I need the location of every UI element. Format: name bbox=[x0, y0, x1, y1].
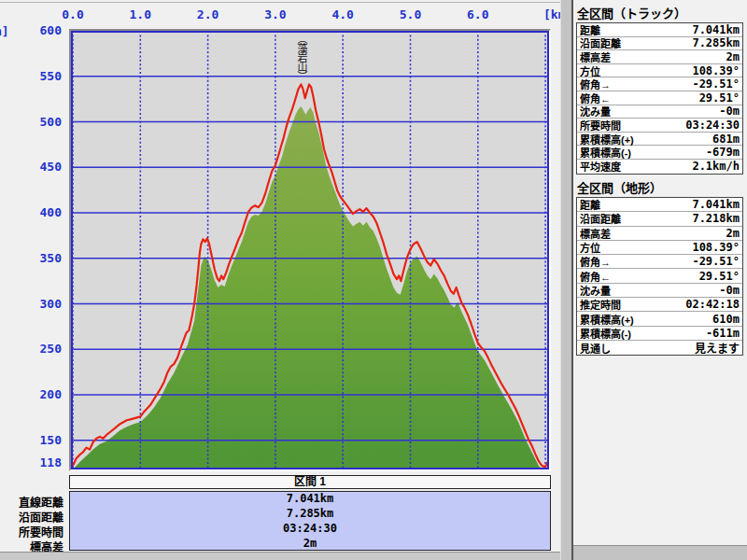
stat-value: 7.041km bbox=[692, 198, 740, 211]
y-tick-label: 500 bbox=[19, 115, 62, 129]
x-tick-label: 6.0 bbox=[458, 7, 499, 21]
section-value: 03:24:30 bbox=[70, 522, 550, 537]
stats-table: 距離7.041km沿面距離7.285km標高差2m方位108.39°俯角→-29… bbox=[576, 22, 743, 175]
stats-table-row: 標高差2m bbox=[577, 227, 742, 241]
section-row-label: 沿面距離 bbox=[0, 509, 63, 523]
section-row-label: 所要時間 bbox=[0, 524, 63, 538]
y-tick-label: 600 bbox=[19, 23, 62, 37]
stats-table-row: 俯角←29.51° bbox=[577, 91, 742, 105]
stat-label: 見通し bbox=[580, 341, 611, 356]
stat-value: -29.51° bbox=[692, 77, 740, 91]
stats-table-row: 標高差2m bbox=[577, 50, 742, 64]
stats-table-row: 見通し見えます bbox=[577, 341, 742, 355]
x-tick-label: 1.0 bbox=[120, 7, 161, 21]
stats-table-row: 推定時間02:42:18 bbox=[577, 298, 742, 312]
y-tick-label: 350 bbox=[19, 251, 62, 265]
y-tick-label: 150 bbox=[19, 433, 62, 447]
y-tick-label: 300 bbox=[19, 297, 62, 311]
y-tick-label: 118 bbox=[19, 455, 62, 469]
stat-value: -0m bbox=[719, 284, 740, 297]
stats-table-row: 沈み量-0m bbox=[577, 284, 742, 298]
stat-value: 7.218km bbox=[692, 212, 740, 225]
stat-label: 標高差 bbox=[580, 49, 611, 64]
sidebar-bottom-strip bbox=[573, 545, 747, 560]
section-header-bar: 区間 1 bbox=[69, 475, 551, 489]
stat-value: -29.51° bbox=[692, 255, 740, 268]
stat-value: 02:42:18 bbox=[685, 298, 740, 311]
section-values-panel: 7.041km7.285km03:24:302m bbox=[69, 491, 551, 551]
stats-table-row: 俯角→-29.51° bbox=[577, 255, 742, 269]
elevation-chart-region: [m] [km] 0.01.02.03.04.05.06.0 600550500… bbox=[0, 0, 571, 560]
sidebar-panel-title: 全区間（地形） bbox=[577, 178, 662, 196]
stat-value: 2m bbox=[726, 227, 740, 240]
stat-label: 沈み量 bbox=[580, 283, 611, 298]
stat-label: 俯角← bbox=[580, 269, 611, 284]
stat-label: 俯角← bbox=[580, 91, 611, 105]
stat-value: 7.285km bbox=[692, 36, 740, 49]
stat-value: -611m bbox=[706, 327, 740, 340]
stat-label: 俯角→ bbox=[580, 77, 611, 91]
pane-splitter[interactable] bbox=[560, 0, 573, 560]
stats-table-row: 累積標高(-)-611m bbox=[577, 327, 742, 341]
stat-value: 見えます bbox=[695, 340, 740, 356]
y-tick-label: 400 bbox=[19, 205, 62, 219]
stat-label: 推定時間 bbox=[580, 297, 621, 312]
stats-sidebar: 全区間（トラック）距離7.041km沿面距離7.285km標高差2m方位108.… bbox=[573, 0, 747, 560]
bottom-gray-strip bbox=[0, 552, 571, 560]
stats-table-row: 方位108.39° bbox=[577, 64, 742, 78]
stats-table-row: 沈み量-0m bbox=[577, 105, 742, 119]
stat-value: 7.041km bbox=[692, 23, 740, 36]
section-row-label: 標高差 bbox=[0, 539, 63, 553]
x-tick-label: 5.0 bbox=[390, 7, 431, 21]
stat-label: 累積標高(+) bbox=[580, 312, 634, 327]
stats-table-row: 俯角→-29.51° bbox=[577, 77, 742, 91]
y-tick-label: 450 bbox=[19, 160, 62, 174]
x-tick-label: 0.0 bbox=[52, 7, 93, 21]
elevation-profile-window: [m] [km] 0.01.02.03.04.05.06.0 600550500… bbox=[0, 0, 747, 560]
stat-label: 沿面距離 bbox=[580, 211, 621, 226]
stat-label: 累積標高(-) bbox=[580, 145, 631, 160]
stat-label: 沈み量 bbox=[580, 104, 611, 119]
stat-value: 29.51° bbox=[699, 91, 740, 105]
stat-value: 2m bbox=[726, 50, 740, 63]
stat-value: -679m bbox=[706, 146, 740, 159]
stat-label: 距離 bbox=[580, 197, 600, 212]
elevation-plot bbox=[71, 31, 549, 469]
section-value: 7.285km bbox=[70, 507, 550, 522]
stat-label: 平均速度 bbox=[580, 159, 621, 174]
stat-value: 03:24:30 bbox=[685, 119, 740, 132]
x-tick-label: 4.0 bbox=[322, 7, 363, 21]
stats-table-row: 俯角←29.51° bbox=[577, 269, 742, 283]
stat-label: 累積標高(-) bbox=[580, 326, 631, 341]
stat-value: 681m bbox=[712, 133, 740, 146]
section-value: 7.041km bbox=[70, 492, 550, 507]
stats-table-row: 沿面距離7.218km bbox=[577, 212, 742, 226]
stat-value: -0m bbox=[719, 105, 740, 118]
stats-table-row: 累積標高(+)681m bbox=[577, 133, 742, 147]
stat-value: 108.39° bbox=[692, 241, 740, 254]
stat-label: 標高差 bbox=[580, 226, 611, 241]
section-row-label: 直線距離 bbox=[0, 494, 63, 508]
stat-label: 累積標高(+) bbox=[580, 132, 634, 147]
stats-table-row: 距離7.041km bbox=[577, 198, 742, 212]
stat-label: 距離 bbox=[580, 22, 600, 37]
x-tick-label: 2.0 bbox=[188, 7, 229, 21]
y-tick-label: 250 bbox=[19, 342, 62, 356]
stats-table-row: 距離7.041km bbox=[577, 23, 742, 37]
stat-label: 方位 bbox=[580, 240, 600, 255]
stat-value: 108.39° bbox=[692, 64, 740, 77]
y-tick-label: 200 bbox=[19, 387, 62, 401]
x-tick-label: 3.0 bbox=[255, 7, 296, 21]
stats-table-row: 累積標高(+)610m bbox=[577, 312, 742, 326]
stats-table-row: 沿面距離7.285km bbox=[577, 37, 742, 51]
sidebar-panel-title: 全区間（トラック） bbox=[577, 4, 686, 21]
stats-table-row: 累積標高(-)-679m bbox=[577, 146, 742, 160]
stat-label: 方位 bbox=[580, 63, 600, 78]
stat-value: 610m bbox=[712, 313, 740, 326]
y-tick-label: 550 bbox=[19, 69, 62, 83]
stat-value: 29.51° bbox=[699, 270, 740, 283]
stats-table-row: 方位108.39° bbox=[577, 241, 742, 255]
stat-label: 沿面距離 bbox=[580, 35, 621, 50]
peak-annotation: （藻岩山） bbox=[295, 34, 309, 110]
y-axis-unit-label: [m] bbox=[0, 24, 8, 38]
